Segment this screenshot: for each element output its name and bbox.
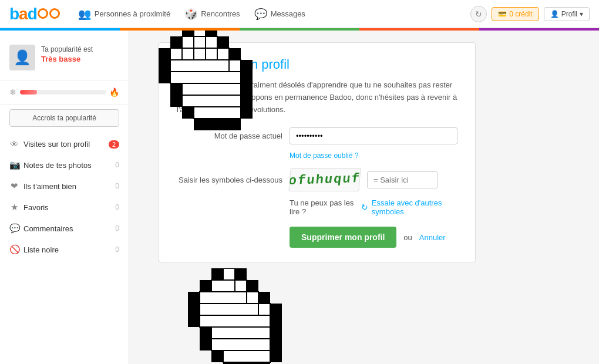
captcha-input[interactable] xyxy=(367,171,438,188)
action-row: Supprimer mon profil ou Annuler xyxy=(290,227,457,248)
svg-rect-59 xyxy=(270,350,282,362)
logo-o1-icon xyxy=(38,8,48,19)
svg-rect-52 xyxy=(211,327,270,339)
ban-icon: 🚫 xyxy=(9,244,19,255)
password-input[interactable] xyxy=(290,127,457,144)
refresh-button[interactable]: ↻ xyxy=(470,6,487,22)
svg-rect-39 xyxy=(247,280,258,292)
sidebar-item-notes-label: Notes de tes photos xyxy=(23,161,110,170)
visites-badge: 2 xyxy=(109,140,119,149)
captcha-row: Saisir les symboles ci-dessous ofuhuquf xyxy=(177,168,457,191)
credit-label: 0 crédit xyxy=(509,10,532,18)
svg-rect-49 xyxy=(200,315,270,327)
retry-row: Tu ne peux pas les lire ? ↻ Essaie avec … xyxy=(290,198,457,216)
retry-icon: ↻ xyxy=(361,203,368,212)
logo-b: b xyxy=(9,5,19,23)
svg-rect-41 xyxy=(200,292,247,304)
sidebar-menu: 👁 Visites sur ton profil 2 📷 Notes de te… xyxy=(0,134,129,260)
credit-button[interactable]: 💳 0 crédit xyxy=(492,7,539,21)
nav-rencontres[interactable]: 🎲 Rencontres xyxy=(184,8,240,21)
svg-rect-34 xyxy=(223,268,235,280)
sidebar-item-commentaires[interactable]: 💬 Commentaires 0 xyxy=(0,218,129,239)
profil-label: Profil xyxy=(561,10,577,18)
svg-rect-1 xyxy=(182,31,194,36)
main-layout: 👤 Ta popularité est Très basse ❄ 🔥 Accro… xyxy=(0,31,599,364)
messages-icon: 💬 xyxy=(254,8,267,21)
sidebar-item-aiment-label: Ils t'aiment bien xyxy=(23,182,110,191)
svg-rect-33 xyxy=(211,268,223,280)
captcha-text: ofuhuquf xyxy=(288,171,361,188)
rencontres-icon: 🎲 xyxy=(184,8,197,21)
personnes-icon: 👥 xyxy=(78,8,91,21)
svg-rect-55 xyxy=(211,339,270,350)
sidebar-item-liste-noire[interactable]: 🚫 Liste noire 0 xyxy=(0,239,129,260)
password-label: Mot de passe actuel xyxy=(177,132,282,140)
captcha-image: ofuhuquf xyxy=(288,168,361,191)
sidebar-item-visites[interactable]: 👁 Visites sur ton profil 2 xyxy=(0,134,129,154)
svg-rect-57 xyxy=(211,350,223,362)
flame-icon: 🔥 xyxy=(109,87,119,97)
sidebar-item-aiment[interactable]: ❤ Ils t'aiment bien 0 xyxy=(0,176,129,197)
profil-icon: 👤 xyxy=(550,10,559,18)
nav-items: 👥 Personnes à proximité 🎲 Rencontres 💬 M… xyxy=(78,8,471,21)
popularity-info: Ta popularité est Très basse xyxy=(41,45,93,63)
retry-question: Tu ne peux pas les lire ? xyxy=(290,198,358,216)
aiment-badge: 0 xyxy=(115,182,119,190)
temp-fill xyxy=(20,90,37,95)
svg-rect-45 xyxy=(200,304,258,315)
header-right: ↻ 💳 0 crédit 👤 Profil ▾ xyxy=(470,6,590,22)
comment-icon: 💬 xyxy=(9,223,19,234)
snowflake-icon: ❄ xyxy=(9,87,16,97)
forgot-password-link[interactable]: Mot de passe oublié ? xyxy=(290,151,457,160)
svg-rect-40 xyxy=(188,292,200,304)
sidebar: 👤 Ta popularité est Très basse ❄ 🔥 Accro… xyxy=(0,31,129,364)
cursor-bottom-overlay xyxy=(188,268,282,364)
delete-desc: Jean, nous sommes vraiment désolés d'app… xyxy=(177,79,457,116)
profil-button[interactable]: 👤 Profil ▾ xyxy=(544,7,590,21)
liste-noire-badge: 0 xyxy=(115,245,119,254)
svg-rect-43 xyxy=(258,292,270,304)
svg-rect-3 xyxy=(206,31,217,36)
captcha-label: Saisir les symboles ci-dessous xyxy=(177,176,282,184)
popularite-button[interactable]: Accrois ta popularité xyxy=(9,109,119,127)
content-area: Supprimer ton profil Jean, nous sommes v… xyxy=(129,31,599,364)
cancel-button[interactable]: Annuler xyxy=(419,233,446,242)
svg-rect-35 xyxy=(235,268,247,280)
chevron-down-icon: ▾ xyxy=(580,10,583,18)
ou-text: ou xyxy=(403,233,412,242)
svg-rect-58 xyxy=(223,350,270,362)
header: bad 👥 Personnes à proximité 🎲 Rencontres… xyxy=(0,0,599,28)
sidebar-item-favoris-label: Favoris xyxy=(23,203,110,212)
svg-rect-47 xyxy=(270,304,282,315)
heart-icon: ❤ xyxy=(9,181,19,191)
popularity-text: Ta popularité est xyxy=(41,45,93,55)
svg-rect-54 xyxy=(200,339,211,350)
nav-rencontres-label: Rencontres xyxy=(201,9,240,18)
sidebar-item-notes[interactable]: 📷 Notes de tes photos 0 xyxy=(0,154,129,176)
notes-badge: 0 xyxy=(115,161,119,169)
favoris-badge: 0 xyxy=(115,203,119,211)
svg-rect-44 xyxy=(188,304,200,315)
nav-messages[interactable]: 💬 Messages xyxy=(254,8,305,21)
logo-d: d xyxy=(28,5,37,23)
password-row: Mot de passe actuel xyxy=(177,127,457,144)
credit-icon: 💳 xyxy=(498,10,507,18)
delete-title: Supprimer ton profil xyxy=(177,57,457,72)
svg-rect-2 xyxy=(194,31,206,36)
profile-section: 👤 Ta popularité est Très basse xyxy=(0,40,129,80)
logo[interactable]: bad xyxy=(9,5,60,23)
nav-personnes[interactable]: 👥 Personnes à proximité xyxy=(78,8,170,21)
svg-rect-36 xyxy=(200,280,211,292)
svg-rect-56 xyxy=(270,339,282,350)
sidebar-item-favoris[interactable]: ★ Favoris 0 xyxy=(0,197,129,218)
sidebar-item-commentaires-label: Commentaires xyxy=(23,224,110,233)
delete-button[interactable]: Supprimer mon profil xyxy=(290,227,396,248)
svg-rect-42 xyxy=(247,292,258,304)
svg-rect-50 xyxy=(270,315,282,327)
svg-rect-46 xyxy=(258,304,270,315)
temp-bar-section: ❄ 🔥 xyxy=(0,85,129,105)
avatar: 👤 xyxy=(9,45,35,70)
temp-bar xyxy=(20,90,106,95)
retry-link[interactable]: Essaie avec d'autres symboles xyxy=(372,198,457,216)
svg-rect-37 xyxy=(211,280,235,292)
